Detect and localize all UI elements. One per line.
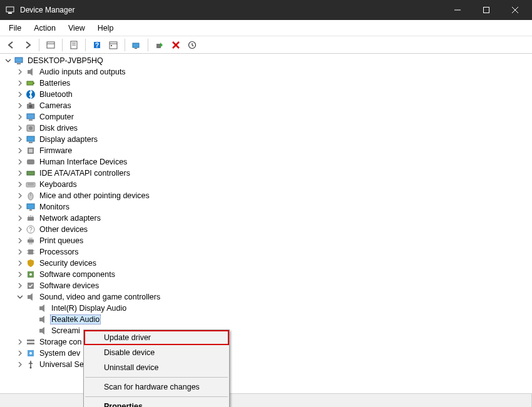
menu-file[interactable]: File bbox=[3, 22, 28, 34]
category-node[interactable]: Batteries bbox=[0, 78, 532, 89]
category-node[interactable]: Firmware bbox=[0, 145, 532, 156]
chevron-right-icon[interactable] bbox=[17, 249, 23, 255]
svg-rect-24 bbox=[28, 70, 30, 74]
back-button[interactable] bbox=[4, 38, 19, 53]
date-button[interactable] bbox=[106, 38, 121, 53]
category-node[interactable]: Keyboards bbox=[0, 179, 532, 190]
svg-point-63 bbox=[29, 273, 32, 276]
chevron-right-icon[interactable] bbox=[17, 80, 23, 86]
category-node[interactable]: Disk drives bbox=[0, 123, 532, 134]
chevron-right-icon[interactable] bbox=[17, 114, 23, 120]
category-node[interactable]: Human Interface Devices bbox=[0, 156, 532, 168]
svg-rect-66 bbox=[39, 306, 42, 310]
category-node[interactable]: Security devices bbox=[0, 258, 532, 269]
node-label: Monitors bbox=[38, 203, 71, 211]
ctx-scan-hardware[interactable]: Scan for hardware changes bbox=[84, 379, 229, 394]
device-tree[interactable]: DESKTOP-JVBP5HQAudio inputs and outputsB… bbox=[0, 54, 532, 393]
node-label: Print queues bbox=[38, 236, 84, 245]
toolbar-separator bbox=[62, 39, 63, 51]
category-node[interactable]: ?Other devices bbox=[0, 224, 532, 235]
category-node[interactable]: Display adapters bbox=[0, 134, 532, 145]
device-node[interactable]: Realtek Audio bbox=[0, 314, 532, 325]
chevron-right-icon[interactable] bbox=[17, 193, 23, 199]
ctx-uninstall-device[interactable]: Uninstall device bbox=[84, 360, 229, 375]
chevron-down-icon[interactable] bbox=[5, 58, 11, 64]
menu-help[interactable]: Help bbox=[91, 22, 120, 34]
node-label: Screami bbox=[50, 326, 81, 335]
chevron-right-icon[interactable] bbox=[17, 125, 23, 131]
ctx-disable-device[interactable]: Disable device bbox=[84, 345, 229, 360]
window-title: Device Manager bbox=[20, 6, 443, 14]
category-node[interactable]: System dev bbox=[0, 348, 532, 359]
device-node[interactable]: Screami bbox=[0, 325, 532, 336]
category-node[interactable]: Audio inputs and outputs bbox=[0, 66, 532, 78]
chevron-right-icon[interactable] bbox=[17, 260, 23, 266]
chevron-right-icon[interactable] bbox=[17, 215, 23, 221]
chevron-right-icon[interactable] bbox=[17, 283, 23, 289]
chevron-right-icon[interactable] bbox=[17, 91, 23, 98]
category-node[interactable]: Monitors bbox=[0, 201, 532, 213]
speaker-icon bbox=[38, 303, 48, 313]
chevron-right-icon[interactable] bbox=[17, 148, 23, 154]
category-sound-node[interactable]: Sound, video and game controllers bbox=[0, 291, 532, 303]
monitor-icon bbox=[26, 202, 36, 212]
device-node[interactable]: Intel(R) Display Audio bbox=[0, 303, 532, 314]
computer-icon bbox=[26, 112, 36, 122]
category-node[interactable]: Cameras bbox=[0, 100, 532, 111]
category-node[interactable]: Print queues bbox=[0, 235, 532, 246]
ctx-update-driver[interactable]: Update driver bbox=[84, 330, 229, 345]
enable-button[interactable] bbox=[152, 38, 167, 53]
chevron-right-icon[interactable] bbox=[17, 350, 23, 356]
chevron-right-icon[interactable] bbox=[17, 271, 23, 278]
printer-icon bbox=[26, 236, 36, 246]
root-node[interactable]: DESKTOP-JVBP5HQ bbox=[0, 55, 532, 66]
swdev-icon bbox=[26, 281, 36, 291]
node-label: Sound, video and game controllers bbox=[38, 293, 161, 301]
maximize-button[interactable] bbox=[472, 0, 501, 20]
category-node[interactable]: Mice and other pointing devices bbox=[0, 190, 532, 201]
ctx-properties[interactable]: Properties bbox=[84, 399, 229, 407]
chevron-right-icon[interactable] bbox=[17, 204, 23, 210]
chevron-right-icon[interactable] bbox=[17, 136, 23, 143]
show-hidden-button[interactable] bbox=[43, 38, 58, 53]
titlebar: Device Manager bbox=[0, 0, 532, 20]
node-label: Keyboards bbox=[38, 180, 78, 189]
chevron-down-icon[interactable] bbox=[17, 294, 23, 300]
menu-view[interactable]: View bbox=[62, 22, 91, 34]
menu-action[interactable]: Action bbox=[28, 22, 62, 34]
category-node[interactable]: Storage con bbox=[0, 336, 532, 348]
help-button[interactable]: ? bbox=[90, 38, 105, 53]
category-node[interactable]: Network adapters bbox=[0, 213, 532, 224]
svg-point-29 bbox=[29, 105, 33, 108]
svg-rect-48 bbox=[28, 217, 34, 221]
chevron-right-icon[interactable] bbox=[17, 159, 23, 165]
svg-rect-13 bbox=[110, 42, 117, 49]
svg-rect-55 bbox=[29, 238, 33, 239]
update-button[interactable] bbox=[185, 38, 200, 53]
close-button[interactable] bbox=[501, 0, 529, 20]
app-icon bbox=[5, 5, 15, 15]
statusbar bbox=[0, 393, 532, 407]
minimize-button[interactable] bbox=[443, 0, 472, 20]
svg-rect-18 bbox=[156, 44, 161, 48]
uninstall-button[interactable] bbox=[168, 38, 183, 53]
category-node[interactable]: Bluetooth bbox=[0, 89, 532, 100]
scan-button[interactable] bbox=[129, 38, 144, 53]
properties-button[interactable] bbox=[66, 38, 81, 53]
category-node[interactable]: Software components bbox=[0, 269, 532, 280]
chevron-right-icon[interactable] bbox=[17, 226, 23, 233]
chevron-right-icon[interactable] bbox=[17, 170, 23, 176]
category-node[interactable]: Software devices bbox=[0, 280, 532, 291]
node-label: Processors bbox=[38, 248, 80, 256]
category-node[interactable]: Computer bbox=[0, 111, 532, 123]
chevron-right-icon[interactable] bbox=[17, 339, 23, 345]
chevron-right-icon[interactable] bbox=[17, 361, 23, 368]
chevron-right-icon[interactable] bbox=[17, 69, 23, 75]
chevron-right-icon[interactable] bbox=[17, 181, 23, 188]
forward-button[interactable] bbox=[20, 38, 35, 53]
category-node[interactable]: Universal Se bbox=[0, 359, 532, 370]
chevron-right-icon[interactable] bbox=[17, 103, 23, 109]
chevron-right-icon[interactable] bbox=[17, 238, 23, 244]
category-node[interactable]: Processors bbox=[0, 246, 532, 258]
category-node[interactable]: IDE ATA/ATAPI controllers bbox=[0, 168, 532, 179]
